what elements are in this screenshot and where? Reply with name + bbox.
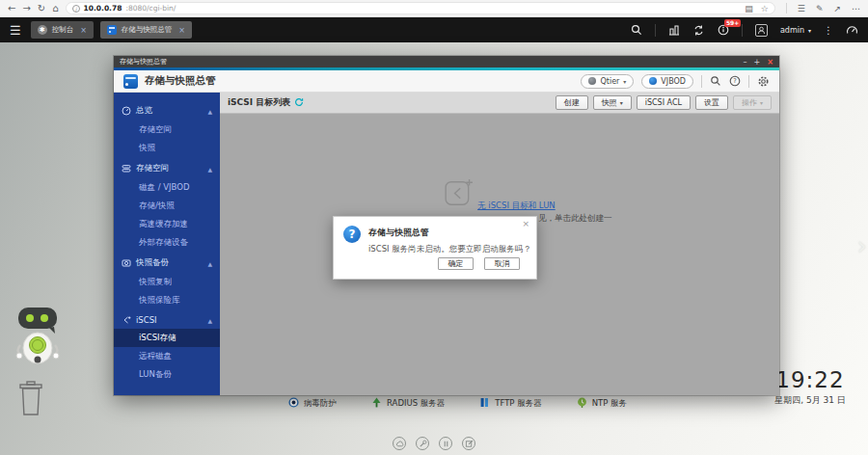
sidebar-item-storage-space[interactable]: 存储空间	[114, 120, 220, 139]
minimize-icon[interactable]: –	[744, 58, 747, 67]
divider	[748, 75, 749, 88]
user-menu[interactable]: admin ▾	[780, 26, 811, 35]
svg-text:?: ?	[733, 77, 736, 85]
ntp-service-icon	[577, 397, 587, 410]
back-icon[interactable]: ←	[8, 4, 15, 13]
sidebar-item-snapshot-vault[interactable]: 快照保险库	[114, 291, 220, 309]
tftp-server-icon	[479, 397, 490, 410]
favorites-hub-icon[interactable]: ☰	[798, 4, 805, 13]
more-options-icon[interactable]: ⋮	[824, 25, 833, 36]
next-desktop-arrow-icon[interactable]: ›	[857, 231, 867, 260]
caret-down-icon: ▾	[623, 78, 626, 85]
search-icon[interactable]	[631, 24, 642, 36]
settings-button[interactable]: 设置	[695, 95, 728, 110]
window-titlebar[interactable]: 存储与快照总管 – + ×	[114, 56, 779, 67]
dashboard-gauge-icon[interactable]	[846, 24, 858, 37]
home-icon[interactable]: ⌂	[52, 4, 58, 13]
cloud-icon[interactable]	[393, 437, 406, 450]
section-label: 存储空间	[136, 163, 169, 174]
sidebar-item-snapshot-replica[interactable]: 快照复制	[114, 273, 220, 291]
notifications-icon[interactable]: 59+	[718, 24, 729, 36]
close-icon[interactable]: ×	[178, 26, 185, 35]
sidebar-section-iscsi[interactable]: iSCSI ▲	[114, 311, 220, 329]
caret-down-icon: ▾	[620, 99, 623, 106]
close-icon[interactable]: ×	[767, 58, 773, 67]
recycle-bin-icon[interactable]	[18, 381, 43, 417]
sidebar-item-snapshot[interactable]: 快照	[114, 139, 220, 157]
shortcut-ntp-service[interactable]: NTP 服务	[577, 397, 627, 410]
chevron-up-icon: ▲	[207, 260, 212, 267]
address-bar[interactable]: i 10.0.0.78 :8080/cgi-bin/ ▤ ☆	[66, 2, 775, 14]
sidebar-item-disk-vjbod[interactable]: 磁盘 / VJBOD	[114, 178, 220, 197]
shortcut-antivirus[interactable]: 病毒防护	[288, 397, 337, 410]
feedback-compose-icon[interactable]	[462, 437, 475, 450]
iscsi-icon	[122, 315, 131, 325]
clock-date: 星期四, 5月 31 日	[760, 394, 860, 407]
vjbod-button[interactable]: VJBOD	[641, 74, 693, 89]
columns-pause-icon[interactable]	[439, 437, 452, 450]
qtier-button[interactable]: Qtier ▾	[581, 74, 634, 89]
share-icon[interactable]: ↗	[833, 4, 841, 13]
tab-storage-snapshots[interactable]: 存储与快照总管 ×	[100, 21, 192, 39]
browser-more-icon[interactable]: ⋯	[852, 4, 860, 13]
shortcut-label: TFTP 服务器	[495, 398, 541, 410]
background-tasks-icon[interactable]	[668, 24, 680, 36]
shortcut-label: NTP 服务	[592, 398, 627, 410]
tab-label: 控制台	[52, 25, 74, 35]
section-label: 总览	[136, 105, 152, 117]
help-icon[interactable]: ?	[729, 75, 741, 87]
storage-app-icon	[107, 25, 117, 35]
maximize-icon[interactable]: +	[754, 58, 761, 67]
sidebar-item-storage-snapshot[interactable]: 存储/快照	[114, 197, 220, 215]
caret-down-icon: ▾	[808, 27, 811, 34]
create-button[interactable]: 创建	[556, 95, 588, 110]
user-label: admin	[780, 26, 804, 35]
close-icon[interactable]: ×	[522, 219, 529, 228]
sidebar-item-iscsi-storage[interactable]: iSCSI存储	[114, 329, 220, 347]
shortcut-radius-server[interactable]: RADIUS 服务器	[371, 397, 445, 410]
global-search-icon[interactable]	[710, 75, 721, 87]
snapshot-backup-icon	[122, 258, 131, 268]
shortcut-tftp-server[interactable]: TFTP 服务器	[479, 397, 541, 410]
action-button[interactable]: 操作▾	[733, 95, 772, 110]
sidebar-item-remote-disk[interactable]: 远程磁盘	[114, 347, 220, 365]
user-avatar-icon[interactable]	[755, 24, 768, 37]
sidebar-item-lun-backup[interactable]: LUN备份	[114, 365, 220, 384]
sidebar-section-overview[interactable]: 总览 ▲	[114, 101, 220, 120]
refresh-icon[interactable]	[294, 97, 304, 109]
service-shortcuts: 病毒防护 RADIUS 服务器 TFTP 服务器 NTP 服务	[288, 397, 627, 410]
settings-gear-icon[interactable]	[757, 75, 770, 88]
annotate-pen-icon[interactable]: ✎	[816, 4, 824, 13]
url-host: 10.0.0.78	[84, 4, 122, 13]
snapshot-button[interactable]: 快照▾	[593, 95, 632, 110]
create-target-link[interactable]: 无 iSCSI 目标和 LUN	[477, 201, 556, 212]
external-device-sync-icon[interactable]	[692, 24, 705, 37]
tab-control-panel[interactable]: ✱ 控制台 ×	[31, 21, 94, 39]
site-info-icon[interactable]: i	[72, 5, 80, 13]
iscsi-empty-icon	[444, 177, 475, 208]
section-label: iSCSI	[136, 315, 157, 325]
sidebar-section-snapshot-backup[interactable]: 快照备份 ▲	[114, 254, 220, 273]
divider	[786, 3, 787, 13]
ok-button[interactable]: 确定	[438, 257, 474, 270]
list-title: iSCSI 目标列表	[228, 96, 290, 109]
close-icon[interactable]: ×	[80, 26, 87, 35]
desktop-dock	[0, 437, 868, 450]
reading-view-icon[interactable]: ▤	[745, 4, 753, 13]
tab-label: 存储与快照总管	[122, 25, 173, 35]
main-menu-icon[interactable]: ☰	[10, 23, 21, 38]
refresh-icon[interactable]: ↻	[38, 4, 45, 13]
iscsi-acl-button[interactable]: iSCSI ACL	[637, 95, 691, 110]
radius-server-icon	[371, 397, 382, 410]
sidebar-item-external-storage[interactable]: 外部存储设备	[114, 233, 220, 252]
tools-wrench-icon[interactable]	[416, 437, 429, 450]
window-title: 存储与快照总管	[120, 57, 167, 67]
qboost-robot-widget[interactable]	[13, 307, 63, 368]
cancel-button[interactable]: 取消	[484, 257, 520, 270]
forward-icon[interactable]: →	[22, 4, 30, 13]
favorite-star-icon[interactable]: ☆	[761, 4, 769, 13]
browser-chrome: ← → ↻ ⌂ i 10.0.0.78 :8080/cgi-bin/ ▤ ☆ ☰…	[0, 0, 868, 17]
sidebar-section-storage[interactable]: 存储空间 ▲	[114, 159, 220, 178]
sidebar-item-cache-acceleration[interactable]: 高速缓存加速	[114, 215, 220, 233]
question-icon: ?	[343, 226, 361, 243]
